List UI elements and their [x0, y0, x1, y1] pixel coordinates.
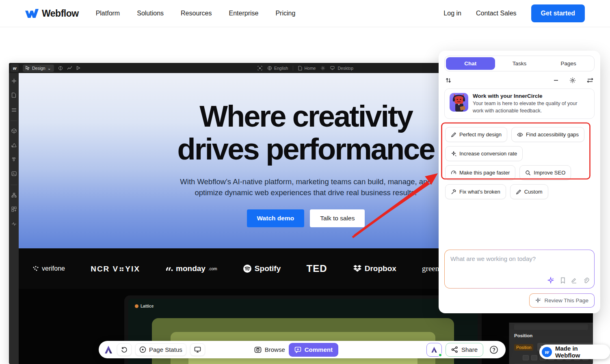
- bookmark-icon[interactable]: [560, 277, 566, 284]
- page-settings-gear-icon[interactable]: [320, 66, 325, 71]
- chevron-down-icon: ⌄: [48, 66, 51, 71]
- dropbox-icon: [353, 265, 362, 273]
- get-started-button[interactable]: Get started: [531, 4, 585, 22]
- share-nodes-icon: [451, 346, 458, 353]
- nav-item-resources[interactable]: Resources: [181, 10, 212, 17]
- ai-sparkle-icon[interactable]: [547, 277, 555, 284]
- browse-icon: [254, 347, 262, 353]
- comment-button[interactable]: Comment: [289, 343, 338, 357]
- chat-input-container: [444, 250, 595, 289]
- nav-item-pricing[interactable]: Pricing: [275, 10, 295, 17]
- page-name-label: Home: [304, 66, 316, 71]
- online-status-dot: [438, 353, 442, 357]
- attachment-paperclip-icon[interactable]: [583, 277, 589, 284]
- position-section-title: Position: [514, 333, 532, 339]
- breakpoint-selector[interactable]: Desktop: [330, 66, 353, 71]
- lattice-logo: Lattice: [135, 304, 154, 308]
- review-this-page-button[interactable]: Review This Page: [529, 293, 595, 308]
- contact-sales-link[interactable]: Contact Sales: [476, 10, 517, 17]
- chip-fix-whats-broken[interactable]: Fix what's broken: [445, 184, 506, 199]
- language-label: English: [274, 66, 288, 71]
- brand-name: Webflow: [42, 8, 79, 19]
- chip-perfect-my-design[interactable]: Perfect my design: [445, 127, 507, 142]
- page-selector[interactable]: Home: [298, 66, 316, 71]
- bottom-toolbar: Page Status Browse Comment Share: [99, 341, 506, 358]
- cms-icon[interactable]: [58, 66, 63, 71]
- spotify-icon: [243, 264, 252, 273]
- chip-increase-conversion-rate[interactable]: Increase conversion rate: [445, 146, 523, 161]
- eye-icon: [517, 132, 523, 137]
- spotify-logo: Spotify: [243, 264, 281, 273]
- position-property-label[interactable]: Position: [514, 344, 533, 351]
- tab-chat[interactable]: Chat: [446, 57, 495, 70]
- interactions-icon[interactable]: [11, 220, 17, 228]
- status-target-icon: [139, 346, 146, 353]
- chip-improve-seo[interactable]: Improve SEO: [519, 165, 571, 180]
- focus-icon[interactable]: [257, 66, 262, 71]
- edit-pencil-icon[interactable]: [571, 278, 578, 284]
- site-tree-icon[interactable]: [11, 192, 17, 199]
- innercircle-card: Work with your InnerCircle Your team is …: [444, 88, 595, 119]
- style-panel-cut-row: [514, 324, 588, 330]
- nav-item-platform[interactable]: Platform: [96, 10, 120, 17]
- login-link[interactable]: Log in: [443, 10, 461, 17]
- pencil-icon: [516, 189, 521, 195]
- speed-gauge-icon: [451, 170, 456, 176]
- tab-pages[interactable]: Pages: [544, 57, 593, 70]
- chat-toolbar: [445, 77, 594, 84]
- astro-assistant-button[interactable]: [426, 343, 442, 357]
- watch-demo-button[interactable]: Watch demo: [247, 209, 305, 227]
- innercircle-avatar: [450, 93, 468, 112]
- minimize-icon[interactable]: [553, 78, 559, 83]
- ted-logo: TED: [307, 263, 327, 274]
- help-button[interactable]: [487, 343, 501, 357]
- chip-custom[interactable]: Custom: [510, 184, 548, 199]
- verifone-icon: [32, 265, 39, 272]
- navigator-icon[interactable]: [11, 106, 17, 114]
- apps-icon[interactable]: [11, 206, 17, 213]
- preview-icon[interactable]: [76, 66, 80, 70]
- browse-button[interactable]: Browse: [254, 346, 285, 353]
- talk-to-sales-button[interactable]: Talk to sales: [310, 209, 365, 227]
- page-status-button[interactable]: Page Status: [135, 343, 186, 356]
- nav-item-enterprise[interactable]: Enterprise: [229, 10, 259, 17]
- share-button[interactable]: Share: [446, 343, 483, 357]
- chip-find-accessibility-gaps[interactable]: Find accessibility gaps: [511, 127, 584, 142]
- locale-selector[interactable]: English: [267, 66, 288, 71]
- variables-icon[interactable]: [11, 142, 17, 149]
- monday-icon: [166, 266, 173, 271]
- nav-item-solutions[interactable]: Solutions: [137, 10, 164, 17]
- designer-webflow-icon[interactable]: w: [11, 64, 19, 72]
- components-icon[interactable]: [11, 128, 17, 135]
- device-preview-button[interactable]: [190, 343, 205, 356]
- assets-icon[interactable]: [11, 170, 17, 178]
- design-mode-dropdown[interactable]: Design ⌄: [23, 65, 54, 72]
- innercircle-title: Work with your InnerCircle: [473, 93, 589, 99]
- add-element-icon[interactable]: [11, 78, 17, 85]
- pencil-icon: [451, 132, 456, 138]
- tab-tasks[interactable]: Tasks: [495, 57, 544, 70]
- sparkle-icon: [535, 297, 541, 304]
- dropbox-logo: Dropbox: [353, 264, 396, 273]
- cursor-icon: [26, 66, 30, 70]
- globe-icon: [267, 66, 272, 71]
- settings-gear-icon[interactable]: [569, 77, 576, 84]
- styles-icon[interactable]: [11, 156, 16, 164]
- verifone-logo: verifone: [32, 265, 65, 272]
- sort-icon[interactable]: [445, 77, 452, 84]
- webflow-logo-icon: [25, 9, 39, 18]
- webflow-logo[interactable]: Webflow: [25, 8, 79, 19]
- comment-bubble-icon: [294, 347, 301, 353]
- desktop-breakpoint-icon: [330, 66, 335, 70]
- chip-make-this-page-faster[interactable]: Make this page faster: [445, 165, 515, 180]
- page-icon: [298, 66, 302, 71]
- ncr-voyix-logo: NCR V⠶YIX: [91, 264, 140, 274]
- astro-icon: [430, 346, 438, 353]
- refresh-button[interactable]: [117, 343, 132, 356]
- suggestion-chips: Perfect my design Find accessibility gap…: [444, 125, 595, 202]
- pages-icon[interactable]: [11, 92, 16, 99]
- swap-panel-icon[interactable]: [586, 78, 594, 83]
- made-in-webflow-badge[interactable]: w Made in Webflow: [539, 345, 610, 359]
- ai-assistant-panel: Chat Tasks Pages: [439, 51, 600, 313]
- analytics-icon[interactable]: [67, 66, 72, 70]
